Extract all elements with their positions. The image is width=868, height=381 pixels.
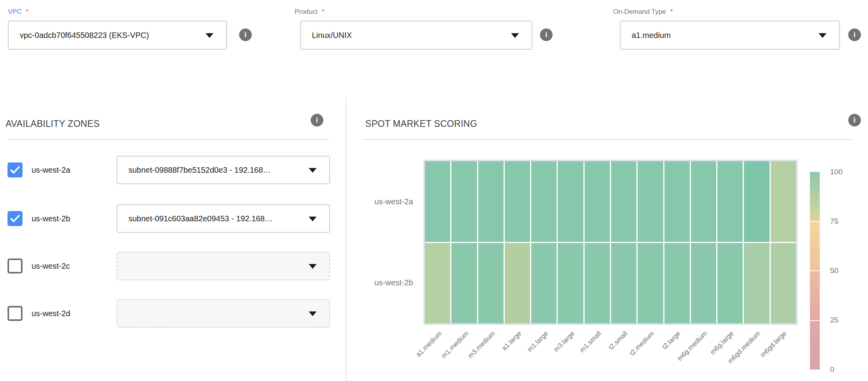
- heatmap-cell-us-west-2b-a1.large[interactable]: [505, 243, 530, 324]
- az-zone-label: us-west-2d: [32, 309, 70, 318]
- az-subnet-select-us-west-2b[interactable]: subnet-091c603aa82e09453 - 192.168…: [117, 204, 330, 233]
- az-subnet-caret-down-icon: [309, 264, 317, 269]
- az-subnet-value: subnet-091c603aa82e09453 - 192.168…: [128, 214, 273, 223]
- heatmap-cell-us-west-2b-m3.large[interactable]: [558, 243, 583, 324]
- az-checkbox-us-west-2c[interactable]: [8, 258, 23, 273]
- spot-instance-config-page: VPC * vpc-0adcb70f645508223 (EKS-VPC) i …: [0, 0, 868, 381]
- info-glyph: i: [316, 116, 318, 124]
- product-label-text: Product: [294, 8, 318, 15]
- product-info-icon[interactable]: i: [540, 28, 553, 41]
- heatmap-cell-us-west-2b-t2.large[interactable]: [664, 243, 690, 324]
- checkmark-icon: [8, 211, 23, 226]
- az-subnet-caret-down-icon: [309, 311, 317, 316]
- heatmap-x-axis-labels: a1.mediumm1.mediumm3.mediuma1.largem1.la…: [425, 330, 796, 381]
- heatmap-color-legend: [810, 172, 820, 370]
- heatmap-cell-us-west-2b-m3.medium[interactable]: [478, 243, 504, 324]
- az-checkbox-us-west-2d[interactable]: [8, 306, 23, 321]
- spot-market-scoring-title: SPOT MARKET SCORING: [365, 119, 477, 129]
- vpc-select-value: vpc-0adcb70f645508223 (EKS-VPC): [20, 31, 149, 40]
- heatmap-cell-us-west-2a-m6gd.medium[interactable]: [744, 161, 769, 242]
- product-select-value: Linux/UNIX: [312, 31, 352, 40]
- on-demand-type-caret-down-icon: [819, 33, 826, 38]
- info-glyph: i: [244, 30, 246, 39]
- heatmap-cell-us-west-2a-m6g.medium[interactable]: [691, 161, 716, 242]
- az-row-us-west-2d: us-west-2d: [0, 299, 346, 328]
- az-checkbox-us-west-2b[interactable]: [8, 211, 23, 226]
- vpc-select[interactable]: vpc-0adcb70f645508223 (EKS-VPC): [8, 21, 227, 50]
- az-row-us-west-2b: us-west-2b subnet-091c603aa82e09453 - 19…: [0, 204, 346, 233]
- legend-gradient-segment-3: [810, 321, 820, 370]
- info-glyph: i: [853, 30, 855, 39]
- availability-zones-info-icon[interactable]: i: [311, 114, 323, 126]
- heatmap-cell-us-west-2a-m6g.large[interactable]: [717, 161, 743, 242]
- on-demand-type-select[interactable]: a1.medium: [620, 21, 840, 50]
- vpc-caret-down-icon: [206, 33, 213, 38]
- vpc-label-text: VPC: [8, 8, 22, 15]
- product-label: Product *: [294, 8, 325, 16]
- heatmap-cell-us-west-2b-m1.large[interactable]: [531, 243, 557, 324]
- heatmap-cell-us-west-2a-a1.medium[interactable]: [425, 161, 450, 242]
- az-subnet-select-us-west-2a[interactable]: subnet-09888f7be5152d0e3 - 192.168…: [117, 156, 330, 184]
- spot-market-scoring-divider: [362, 139, 853, 140]
- vpc-info-icon[interactable]: i: [239, 28, 252, 41]
- az-subnet-caret-down-icon: [309, 217, 317, 221]
- spot-market-scoring-info-icon[interactable]: i: [848, 114, 861, 126]
- az-zone-label: us-west-2b: [32, 214, 70, 223]
- az-row-us-west-2a: us-west-2a subnet-09888f7be5152d0e3 - 19…: [0, 156, 346, 184]
- heatmap-cell-us-west-2b-m6g.medium[interactable]: [691, 243, 716, 324]
- product-select[interactable]: Linux/UNIX: [300, 21, 532, 50]
- heatmap-cell-us-west-2a-m1.small[interactable]: [585, 161, 610, 242]
- az-subnet-caret-down-icon: [309, 168, 317, 173]
- heatmap-y-axis-labels: us-west-2aus-west-2b: [340, 161, 413, 323]
- heatmap-cell-us-west-2b-m6gd.large[interactable]: [771, 243, 796, 324]
- on-demand-type-label: On-Demand Type *: [613, 8, 673, 16]
- info-glyph: i: [853, 116, 855, 124]
- heatmap-cell-us-west-2a-m1.large[interactable]: [531, 161, 557, 242]
- az-checkbox-us-west-2a[interactable]: [8, 162, 23, 177]
- on-demand-type-info-icon[interactable]: i: [848, 28, 861, 41]
- heatmap-cell-us-west-2a-a1.large[interactable]: [505, 161, 530, 242]
- legend-tick-75: 75: [830, 217, 838, 226]
- vpc-required-asterisk: *: [26, 8, 29, 15]
- heatmap-cell-us-west-2a-m3.large[interactable]: [558, 161, 583, 242]
- heatmap-y-label-us-west-2a: us-west-2a: [340, 161, 413, 242]
- on-demand-type-label-text: On-Demand Type: [613, 8, 666, 15]
- legend-gradient-segment-0: [810, 172, 820, 221]
- heatmap-cell-us-west-2a-m6gd.large[interactable]: [771, 161, 796, 242]
- legend-tick-0: 0: [830, 365, 834, 374]
- az-row-us-west-2c: us-west-2c: [0, 252, 346, 280]
- heatmap-y-label-us-west-2b: us-west-2b: [340, 242, 413, 323]
- heatmap-cell-us-west-2b-a1.medium[interactable]: [425, 243, 450, 324]
- availability-zones-title: AVAILABILITY ZONES: [6, 119, 100, 129]
- heatmap-cell-us-west-2a-t2.small[interactable]: [611, 161, 636, 242]
- product-caret-down-icon: [511, 33, 519, 38]
- heatmap-cell-us-west-2b-t2.small[interactable]: [611, 243, 636, 324]
- info-glyph: i: [545, 30, 547, 39]
- heatmap-cell-us-west-2a-t2.large[interactable]: [664, 161, 690, 242]
- legend-tick-25: 25: [830, 316, 838, 324]
- az-subnet-select-us-west-2d: [117, 299, 330, 328]
- heatmap-cell-us-west-2b-m6g.large[interactable]: [717, 243, 743, 324]
- heatmap-cell-us-west-2a-t2.medium[interactable]: [638, 161, 663, 242]
- product-required-asterisk: *: [322, 8, 325, 15]
- legend-tick-100: 100: [830, 168, 843, 176]
- on-demand-type-select-value: a1.medium: [632, 31, 671, 40]
- heatmap-cell-us-west-2b-m1.medium[interactable]: [451, 243, 477, 324]
- az-zone-label: us-west-2a: [32, 166, 70, 175]
- legend-gradient-segment-1: [810, 222, 820, 271]
- legend-tick-50: 50: [830, 266, 838, 275]
- on-demand-type-required-asterisk: *: [670, 8, 673, 15]
- checkmark-icon: [8, 162, 23, 177]
- heatmap-cell-us-west-2a-m3.medium[interactable]: [478, 161, 504, 242]
- vpc-label: VPC *: [8, 8, 28, 16]
- heatmap-cell-us-west-2a-m1.medium[interactable]: [451, 161, 477, 242]
- az-subnet-value: subnet-09888f7be5152d0e3 - 192.168…: [128, 166, 271, 175]
- heatmap-grid: [423, 160, 798, 325]
- heatmap-cell-us-west-2b-m1.small[interactable]: [585, 243, 610, 324]
- heatmap-cell-us-west-2b-t2.medium[interactable]: [638, 243, 663, 324]
- legend-gradient-segment-2: [810, 271, 820, 320]
- az-zone-label: us-west-2c: [32, 262, 70, 271]
- heatmap-cell-us-west-2b-m6gd.medium[interactable]: [744, 243, 769, 324]
- availability-zones-divider: [8, 139, 329, 140]
- az-subnet-select-us-west-2c: [117, 252, 330, 280]
